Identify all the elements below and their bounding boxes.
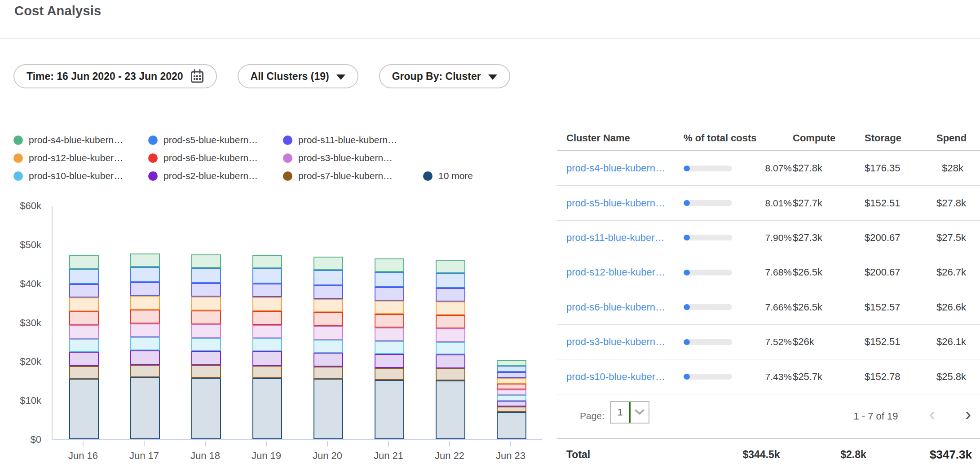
bar-segment[interactable]	[69, 297, 99, 311]
cluster-name-link[interactable]: prod-s5-blue-kubern…	[566, 197, 665, 209]
bar-segment[interactable]	[375, 354, 404, 368]
bar-segment[interactable]	[252, 297, 282, 311]
bar-segment[interactable]	[313, 312, 343, 326]
cluster-name-link[interactable]: prod-s11-blue-kuber…	[566, 232, 664, 243]
bar-segment[interactable]	[436, 342, 465, 354]
legend-item[interactable]: prod-s3-blue-kubern…	[283, 153, 423, 163]
clusters-filter[interactable]: All Clusters (19)	[238, 64, 358, 88]
legend-item[interactable]: prod-s4-blue-kubern…	[13, 135, 148, 145]
bar-segment[interactable]	[130, 310, 160, 323]
bar-segment[interactable]	[130, 267, 160, 282]
bar-segment[interactable]	[497, 366, 526, 372]
bar-segment[interactable]	[497, 360, 526, 366]
bar-segment[interactable]	[69, 255, 99, 269]
bar-segment[interactable]	[436, 288, 465, 302]
bar-segment[interactable]	[375, 272, 404, 287]
bar-segment[interactable]	[191, 351, 221, 365]
bar-jun-16[interactable]	[69, 255, 99, 439]
bar-segment[interactable]	[375, 368, 404, 380]
bar-segment[interactable]	[497, 389, 526, 395]
bar-segment[interactable]	[497, 372, 526, 378]
bar-segment[interactable]	[130, 296, 160, 310]
bar-segment[interactable]	[497, 378, 526, 384]
bar-segment[interactable]	[130, 350, 160, 365]
bar-jun-17[interactable]	[130, 253, 160, 439]
bar-segment[interactable]	[252, 351, 282, 366]
bar-segment[interactable]	[436, 315, 465, 328]
bar-jun-23[interactable]	[497, 360, 526, 439]
bar-segment[interactable]	[252, 366, 282, 378]
bar-segment[interactable]	[69, 269, 99, 284]
bar-segment[interactable]	[436, 302, 465, 315]
cluster-name-link[interactable]: prod-s6-blue-kubern…	[566, 302, 665, 313]
bar-segment[interactable]	[375, 287, 404, 301]
bar-segment[interactable]	[497, 401, 526, 406]
bar-segment[interactable]	[130, 323, 160, 337]
bar-segment[interactable]	[191, 297, 221, 310]
page-select[interactable]: 1	[610, 401, 649, 424]
bar-segment[interactable]	[191, 310, 221, 324]
bar-jun-19[interactable]	[252, 255, 282, 439]
legend-item[interactable]: prod-s7-blue-kubern…	[283, 170, 423, 181]
bar-segment[interactable]	[375, 328, 404, 341]
bar-segment[interactable]	[313, 326, 343, 340]
bar-segment[interactable]	[497, 384, 526, 389]
bar-segment[interactable]	[252, 325, 282, 338]
bar-segment[interactable]	[313, 257, 343, 270]
bar-jun-18[interactable]	[191, 254, 221, 439]
bar-segment[interactable]	[69, 379, 99, 439]
bar-segment[interactable]	[252, 311, 282, 325]
bar-segment[interactable]	[130, 365, 160, 377]
bar-segment[interactable]	[313, 285, 343, 299]
bar-segment[interactable]	[191, 283, 221, 297]
bar-segment[interactable]	[69, 325, 99, 339]
bar-segment[interactable]	[130, 253, 160, 267]
cluster-name-link[interactable]: prod-s10-blue-kuber…	[566, 371, 665, 382]
cluster-name-link[interactable]: prod-s12-blue-kuber…	[566, 267, 665, 278]
bar-segment[interactable]	[436, 260, 465, 273]
bar-segment[interactable]	[252, 284, 282, 297]
bar-jun-21[interactable]	[375, 258, 404, 439]
bar-segment[interactable]	[313, 379, 343, 439]
next-page-button[interactable]: ›	[956, 404, 980, 424]
bar-segment[interactable]	[436, 273, 465, 288]
bar-segment[interactable]	[375, 314, 404, 328]
bar-segment[interactable]	[130, 337, 160, 350]
bar-segment[interactable]	[191, 378, 221, 439]
legend-item[interactable]: prod-s6-blue-kubern…	[148, 153, 283, 163]
bar-segment[interactable]	[130, 282, 160, 296]
time-range-filter[interactable]: Time: 16 Jun 2020 - 23 Jun 2020	[13, 64, 217, 88]
bar-segment[interactable]	[69, 311, 99, 325]
bar-segment[interactable]	[313, 367, 343, 379]
bar-segment[interactable]	[313, 353, 343, 367]
legend-item[interactable]: prod-s2-blue-kubern…	[148, 170, 283, 181]
bar-segment[interactable]	[252, 338, 282, 351]
bar-segment[interactable]	[69, 339, 99, 352]
bar-segment[interactable]	[497, 395, 526, 401]
bar-segment[interactable]	[252, 378, 282, 439]
bar-segment[interactable]	[375, 341, 404, 354]
bar-segment[interactable]	[252, 268, 282, 284]
bar-jun-22[interactable]	[436, 260, 465, 439]
bar-segment[interactable]	[191, 338, 221, 351]
previous-page-button[interactable]: ‹	[920, 404, 945, 424]
legend-item[interactable]: 10 more	[423, 170, 473, 181]
bar-segment[interactable]	[436, 328, 465, 342]
bar-segment[interactable]	[436, 368, 465, 380]
legend-item[interactable]: prod-s12-blue-kuber…	[13, 153, 148, 163]
bar-jun-20[interactable]	[313, 257, 343, 439]
bar-segment[interactable]	[130, 377, 160, 439]
legend-item[interactable]: prod-s10-blue-kuber…	[13, 170, 148, 181]
bar-segment[interactable]	[191, 365, 221, 378]
bar-segment[interactable]	[69, 352, 99, 366]
group-by-filter[interactable]: Group By: Cluster	[379, 64, 510, 88]
bar-segment[interactable]	[375, 258, 404, 272]
bar-segment[interactable]	[69, 284, 99, 297]
bar-segment[interactable]	[497, 406, 526, 412]
bar-segment[interactable]	[436, 380, 465, 439]
bar-segment[interactable]	[497, 412, 526, 439]
bar-segment[interactable]	[436, 354, 465, 368]
legend-item[interactable]: prod-s11-blue-kubern…	[283, 135, 423, 145]
bar-segment[interactable]	[313, 270, 343, 285]
cluster-name-link[interactable]: prod-s3-blue-kubern…	[566, 336, 665, 347]
